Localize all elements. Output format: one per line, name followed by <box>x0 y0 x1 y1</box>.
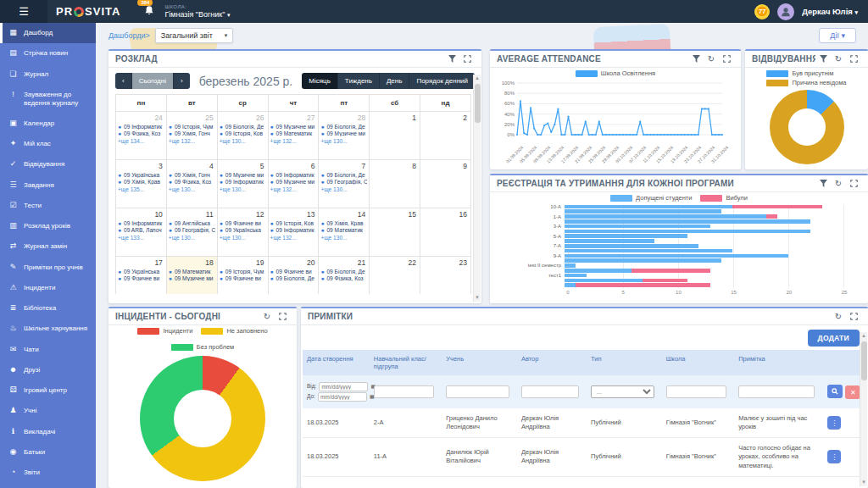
report-select[interactable]: Загальний звіт▾ <box>155 28 234 43</box>
calendar-event[interactable]: ● 09 Музичне ми <box>270 124 317 130</box>
calendar-day-cell[interactable]: 5● 09 Музичне ми● 09 Інформатик+ще 130..… <box>217 160 268 208</box>
refresh-icon[interactable]: ↻ <box>831 180 846 188</box>
calendar-day-cell[interactable]: 16 <box>420 208 471 257</box>
filter-school-input[interactable] <box>666 385 727 398</box>
calendar-day-cell[interactable]: 18● 09 Математик● 09 Музичне ми <box>166 257 217 295</box>
school-selector[interactable]: ШКОЛА: Гімназія "Вогник" ▾ <box>164 4 230 19</box>
calendar-event[interactable]: ● 09 ARB, Лапоч <box>118 227 164 233</box>
search-button[interactable] <box>827 385 843 398</box>
calendar-more-link[interactable]: +ще 130... <box>169 235 215 241</box>
calendar-day-cell[interactable]: 19● 09 Історія, Чум● 09 Фізичне ви <box>217 257 268 295</box>
calendar-event[interactable]: ● 09 Історія, Чум <box>169 124 215 130</box>
refresh-icon[interactable]: ↻ <box>831 313 846 321</box>
calendar-event[interactable]: ● 09 Інформатик <box>118 220 164 226</box>
calendar-day-cell[interactable]: 9 <box>420 160 471 208</box>
expand-icon[interactable] <box>459 55 475 63</box>
calendar-more-link[interactable]: +ще 130... <box>220 138 266 144</box>
sidebar-item-16[interactable]: ✉Чати <box>0 340 96 360</box>
refresh-icon[interactable]: ↻ <box>831 55 846 64</box>
calendar-more-link[interactable]: +ще 135... <box>118 186 164 192</box>
calendar-more-link[interactable]: +ще 130... <box>169 186 215 192</box>
calendar-more-link[interactable]: +ще 130... <box>320 138 367 144</box>
calendar-event[interactable]: ● 09 Фізичне ви <box>118 275 164 281</box>
filter-note-input[interactable] <box>738 385 815 398</box>
refresh-icon[interactable]: ↻ <box>259 313 275 321</box>
sidebar-item-13[interactable]: ⚠Інциденти <box>0 278 96 298</box>
calendar-view-button[interactable]: Місяць <box>302 73 338 89</box>
calendar-day-cell[interactable]: 1 <box>370 112 420 160</box>
sidebar-item-20[interactable]: ℹВикладачі <box>0 422 96 442</box>
filter-author-input[interactable] <box>521 385 580 398</box>
calendar-day-cell[interactable]: 11● 09 Англійська● 09 Географія, С+ще 13… <box>166 208 217 257</box>
calendar-day-cell[interactable]: 10● 09 Інформатик● 09 ARB, Лапоч+ще 133.… <box>116 208 167 257</box>
calendar-event[interactable]: ● 09 Біологія, Де <box>320 172 367 178</box>
filter-date-to-input[interactable] <box>318 392 367 402</box>
calendar-event[interactable]: ● 09 Інформатик <box>270 227 317 233</box>
calendar-event[interactable]: ● 09 Фізичне ви <box>220 275 266 281</box>
calendar-day-cell[interactable]: 25● 09 Історія, Чум● 09 Хімія, Гонч+ще 1… <box>166 112 217 160</box>
expand-icon[interactable] <box>846 180 861 187</box>
sidebar-item-11[interactable]: ⇄Журнал замін <box>0 236 96 257</box>
hamburger-menu-icon[interactable]: ☰ <box>0 0 47 23</box>
sidebar-item-22[interactable]: ◔Звіти <box>0 463 96 483</box>
calendar-event[interactable]: ● 09 Фізичне ви <box>220 220 266 226</box>
filter-type-select[interactable]: ... <box>591 385 654 398</box>
actions-button[interactable]: Дії ▾ <box>819 28 856 43</box>
calendar-event[interactable]: ● 09 Українська <box>118 269 164 274</box>
calendar-day-cell[interactable]: 15 <box>370 208 420 257</box>
sidebar-item-4[interactable]: !Зауваження до ведення журналу <box>0 85 96 114</box>
calendar-event[interactable]: ● 09 Математик <box>169 269 215 274</box>
calendar-next-button[interactable]: › <box>174 73 190 89</box>
clear-filter-button[interactable]: ✕ <box>845 385 860 399</box>
sidebar-item-10[interactable]: ▥Розклад уроків <box>0 216 96 236</box>
schedule-scrollbar[interactable]: ▲▼ <box>473 75 481 302</box>
calendar-event[interactable]: ● 09 Фізичне ви <box>270 269 317 274</box>
calendar-day-cell[interactable]: 20● 09 Фізичне ви● 09 Біологія, Де <box>268 257 319 295</box>
calendar-event[interactable]: ● 09 Біологія, Де <box>320 269 367 274</box>
calendar-event[interactable]: ● 09 Англійська <box>169 220 215 226</box>
sidebar-item-9[interactable]: ☑Тести <box>0 196 96 216</box>
calendar-event[interactable]: ● 09 Фізика, Коз <box>320 275 367 281</box>
calendar-event[interactable]: ● 09 Фізика, Коз <box>118 130 164 136</box>
calendar-event[interactable]: ● 09 Математик <box>320 227 367 233</box>
expand-icon[interactable] <box>846 55 861 63</box>
calendar-event[interactable]: ● 09 Музичне ми <box>220 172 266 178</box>
calendar-event[interactable]: ● 09 Історія, Чум <box>220 269 266 274</box>
expand-icon[interactable] <box>275 313 290 320</box>
calendar-event[interactable]: ● 09 Біологія, Де <box>320 124 367 130</box>
calendar-day-cell[interactable]: 22 <box>370 257 420 295</box>
expand-icon[interactable] <box>846 313 861 320</box>
calendar-more-link[interactable]: +ще 130... <box>220 235 266 241</box>
calendar-more-link[interactable]: +ще 133... <box>118 235 164 241</box>
calendar-event[interactable]: ● 09 Інформатик <box>118 124 164 130</box>
calendar-day-cell[interactable]: 2 <box>420 112 471 160</box>
calendar-event[interactable]: ● 09 Біологія, Де <box>270 275 317 281</box>
add-note-button[interactable]: ДОДАТИ <box>808 330 860 347</box>
calendar-day-cell[interactable]: 12● 09 Фізичне ви● 09 Українська+ще 130.… <box>217 208 268 257</box>
calendar-event[interactable]: ● 09 Географія, С <box>169 227 215 233</box>
breadcrumb-dashboards-link[interactable]: Дашборди> <box>108 31 150 40</box>
filter-date-from-input[interactable] <box>319 382 368 391</box>
expand-icon[interactable] <box>719 55 734 63</box>
calendar-day-cell[interactable]: 14● 09 Хімія, Крав● 09 Математик+ще 130.… <box>319 208 370 257</box>
notes-scrollbar[interactable]: ▲▼ <box>860 332 867 486</box>
user-menu[interactable]: Деркач Юлія ▾ <box>802 7 858 16</box>
sidebar-item-5[interactable]: ▣Календар <box>0 114 96 134</box>
calendar-event[interactable]: ● 09 Українська <box>118 172 164 178</box>
filter-student-input[interactable] <box>446 385 509 398</box>
row-menu-button[interactable]: ⋮ <box>827 416 841 430</box>
calendar-event[interactable]: ● 09 Інформатик <box>270 172 317 178</box>
filter-icon[interactable] <box>688 55 704 63</box>
calendar-event[interactable]: ● 09 Музичне ми <box>270 179 317 185</box>
sidebar-item-23[interactable]: ●Відпустки <box>0 483 96 488</box>
calendar-view-button[interactable]: День <box>380 73 409 89</box>
calendar-today-button[interactable]: Сьогодні <box>132 73 174 89</box>
coins-balance[interactable]: 77 <box>754 4 770 19</box>
calendar-event[interactable]: ● 09 Історія, Ков <box>270 220 317 226</box>
calendar-day-cell[interactable]: 8 <box>370 160 420 208</box>
calendar-event[interactable]: ● 09 Музичне ми <box>320 130 367 136</box>
calendar-event[interactable]: ● 09 Хімія, Гонч <box>169 130 215 136</box>
calendar-day-cell[interactable]: 26● 09 Біологія, Де● 09 Історія, Ков+ще … <box>217 112 268 160</box>
calendar-view-button[interactable]: Порядок денний <box>409 73 475 89</box>
filter-icon[interactable] <box>815 180 831 187</box>
